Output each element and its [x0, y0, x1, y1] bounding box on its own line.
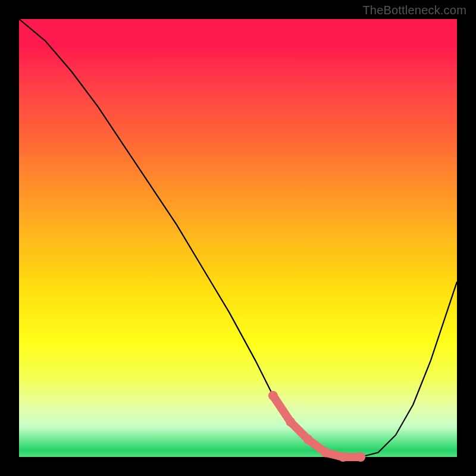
bottleneck-curve [19, 19, 457, 457]
chart-plot-area [19, 19, 457, 457]
highlight-dot [356, 452, 365, 462]
curve-path [19, 19, 457, 457]
highlight-dot [286, 417, 295, 427]
highlight-dot [321, 448, 330, 458]
highlight-band [273, 396, 361, 457]
highlight-dot [303, 435, 313, 444]
highlight-dot [339, 452, 348, 462]
watermark-text: TheBottleneck.com [362, 4, 466, 17]
highlight-dot [268, 391, 278, 400]
